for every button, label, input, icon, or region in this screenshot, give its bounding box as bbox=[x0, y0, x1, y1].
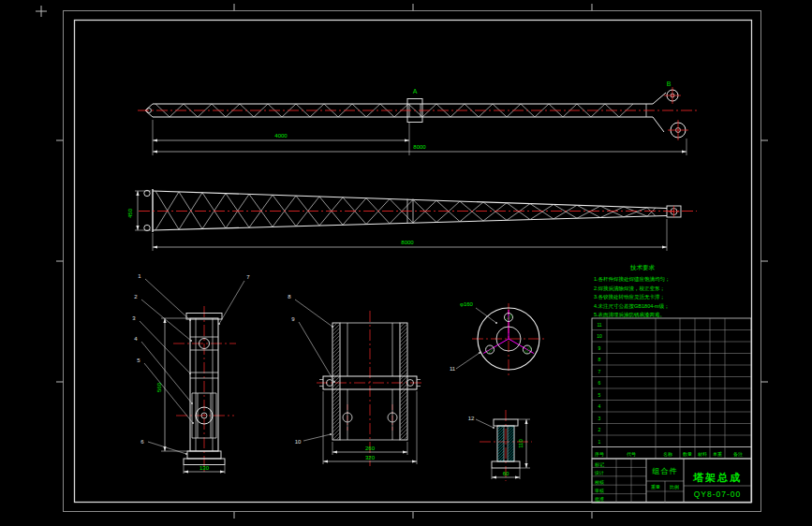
callout-12: 12 bbox=[468, 416, 475, 421]
callout-8: 8 bbox=[288, 294, 291, 300]
titleblock-sig-row: 校核 bbox=[594, 479, 604, 485]
titleblock-scale-label: 比例 bbox=[670, 484, 679, 490]
drawing-labels: A B 4000 8000 8000 450 560 130 260 320 φ… bbox=[127, 80, 743, 503]
titleblock-sig-row: 批准 bbox=[595, 496, 604, 503]
bom-header-weight: 单重 bbox=[713, 451, 722, 457]
tech-note-line: 1.各杆件焊接处焊缝应饱满均匀； bbox=[594, 276, 671, 283]
callout-5: 5 bbox=[137, 358, 140, 363]
titleblock-weight-label: 重量 bbox=[651, 484, 660, 489]
view-label-b: B bbox=[667, 80, 672, 87]
tech-note-line: 5.表面清理后涂防锈底漆两遍。 bbox=[594, 312, 665, 318]
view-label-a: A bbox=[413, 88, 418, 95]
titleblock-sig-row: 标记 bbox=[594, 461, 604, 468]
dim-boom2-total: 8000 bbox=[401, 240, 414, 245]
callout-4: 4 bbox=[134, 336, 138, 342]
bom-seq: 10 bbox=[597, 333, 602, 339]
callout-1: 1 bbox=[138, 273, 141, 279]
titleblock-assembly: 组合件 bbox=[652, 467, 678, 475]
bom-seq: 1 bbox=[598, 439, 601, 445]
dim-flange-dia: φ160 bbox=[460, 301, 474, 307]
bom-seq: 3 bbox=[598, 416, 601, 421]
dim-d4-height: 110 bbox=[518, 439, 524, 448]
dim-d1-width: 130 bbox=[199, 465, 210, 471]
bom-seq: 8 bbox=[598, 357, 601, 362]
bom-seq: 7 bbox=[598, 369, 601, 374]
bom-seq: 5 bbox=[598, 392, 601, 398]
drawing-geometry: 1234567891011 bbox=[36, 4, 768, 519]
dim-d2-width: 260 bbox=[365, 446, 376, 451]
callout-6: 6 bbox=[140, 439, 144, 445]
tech-note-line: 4.未注尺寸公差按GB1804-m级； bbox=[594, 303, 670, 309]
callout-9: 9 bbox=[291, 316, 295, 322]
dim-d1-height: 560 bbox=[156, 382, 162, 392]
bom-header-material: 材料 bbox=[697, 451, 707, 458]
titleblock-drawing-title: 塔架总成 bbox=[692, 472, 742, 483]
titleblock-drawing-number: QY8-07-00 bbox=[694, 489, 742, 499]
bom-header-name: 名称 bbox=[663, 451, 672, 457]
bom-header-notes: 备注 bbox=[733, 451, 743, 457]
titleblock-sig-row: 设计 bbox=[594, 470, 604, 475]
cad-canvas: 1234567891011 A B 4000 8000 8000 450 560… bbox=[0, 0, 812, 526]
dim-boom1-total: 8000 bbox=[413, 144, 426, 150]
callout-10: 10 bbox=[295, 439, 302, 445]
titleblock-sig-row: 审核 bbox=[595, 488, 604, 493]
bom-seq: 2 bbox=[598, 427, 601, 432]
bom-header-code: 代号 bbox=[627, 451, 636, 457]
dim-boom1-part: 4000 bbox=[274, 133, 288, 139]
dim-d2-outer: 320 bbox=[365, 455, 376, 460]
callout-2: 2 bbox=[134, 294, 138, 300]
bom-header-seq: 序号 bbox=[595, 451, 604, 458]
callout-7: 7 bbox=[246, 274, 250, 280]
callout-3: 3 bbox=[132, 315, 136, 321]
drawing-sheet: 1234567891011 A B 4000 8000 8000 450 560… bbox=[0, 0, 812, 526]
tech-notes-title: 技术要求 bbox=[629, 264, 656, 271]
bom-seq: 6 bbox=[598, 380, 601, 386]
bom-seq: 4 bbox=[598, 403, 601, 409]
callout-11: 11 bbox=[450, 366, 456, 372]
tech-note-line: 3.各铰接处转动应灵活无卡滞； bbox=[594, 294, 665, 300]
bom-seq: 9 bbox=[598, 345, 601, 351]
dim-boom2-height: 450 bbox=[127, 208, 133, 218]
tech-note-line: 2.焊接后清除焊渣，校正变形； bbox=[594, 285, 665, 292]
bom-seq: 11 bbox=[597, 322, 601, 328]
dim-d4-width: 60 bbox=[503, 471, 509, 476]
bom-header-qty: 数量 bbox=[683, 451, 692, 457]
